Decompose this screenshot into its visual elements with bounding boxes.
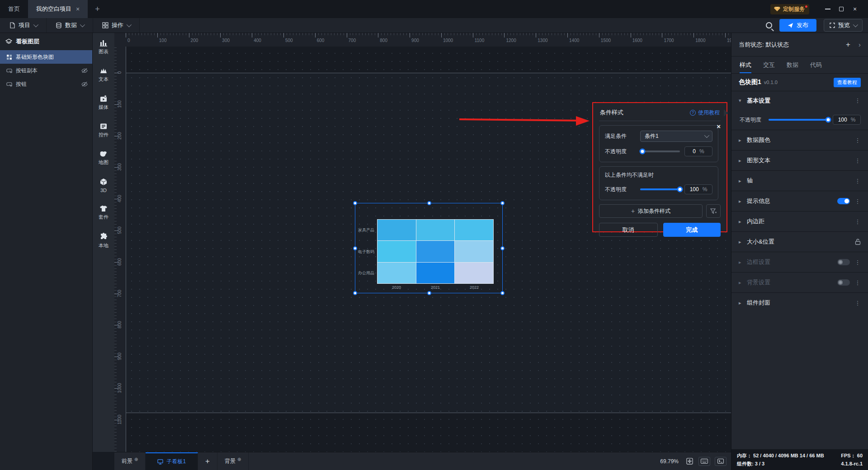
close-window-button[interactable]: ×	[848, 5, 862, 13]
add-condition-button[interactable]: + 添加条件样式	[599, 204, 703, 218]
condition-select[interactable]: 条件1	[640, 131, 712, 142]
section-basic-settings[interactable]: ▾ 基本设置 ⋮	[731, 91, 868, 110]
expand-states-icon[interactable]: ›	[859, 41, 861, 48]
menu-data[interactable]: 数据	[47, 18, 93, 33]
resize-handle[interactable]	[427, 201, 431, 205]
section-border[interactable]: ▸ 边框设置 ⋮	[731, 252, 868, 272]
toolbox-item-kits[interactable]: 套件	[99, 205, 108, 221]
ruler-label: 800	[117, 320, 122, 330]
section-menu-icon[interactable]: ⋮	[854, 282, 861, 284]
database-icon	[56, 22, 62, 28]
section-menu-icon[interactable]: ⋮	[854, 99, 861, 102]
fit-view-button[interactable]	[685, 457, 694, 466]
zoom-level[interactable]: 69.79%	[660, 458, 679, 465]
search-icon[interactable]	[766, 22, 772, 28]
ruler-label: 1000	[117, 382, 122, 393]
fallback-opacity-input[interactable]: 100%	[684, 184, 712, 194]
background-toggle[interactable]	[837, 279, 850, 286]
foreground-tab[interactable]: 前景⊕	[114, 452, 146, 470]
paper-plane-icon	[788, 23, 793, 28]
layer-item-label: 按钮副本	[16, 67, 38, 75]
toolbox-item-text[interactable]: 文本	[99, 67, 108, 83]
collapse-arrow-icon: ▸	[739, 219, 743, 225]
section-menu-icon[interactable]: ⋮	[854, 180, 861, 182]
tooltip-toggle[interactable]	[837, 198, 850, 204]
resize-handle[interactable]	[500, 201, 505, 205]
section-axis[interactable]: ▸ 轴 ⋮	[731, 170, 868, 191]
tab-style[interactable]: 样式	[740, 56, 751, 73]
preview-button[interactable]: 预览	[824, 19, 863, 32]
toolbox-item-media[interactable]: 媒体	[99, 95, 108, 111]
add-background-icon[interactable]: ⊕	[237, 457, 241, 462]
opacity-slider[interactable]	[769, 119, 828, 121]
confirm-button[interactable]: 完成	[663, 223, 721, 237]
minimize-button[interactable]	[821, 5, 835, 13]
console-button[interactable]	[715, 457, 726, 466]
shortcuts-button[interactable]	[698, 457, 710, 466]
opacity-label: 不透明度	[605, 148, 640, 155]
layer-item-button-copy[interactable]: 按钮副本	[0, 64, 92, 77]
add-board-button[interactable]: +	[198, 452, 217, 470]
section-cover[interactable]: ▸ 组件封面 ⋮	[731, 292, 868, 313]
subboard-tab[interactable]: 子看板1	[146, 452, 198, 470]
tutorial-button[interactable]: 查看教程	[834, 78, 861, 87]
layer-item-colorblock[interactable]: 基础矩形色块图	[0, 50, 92, 64]
section-size-position[interactable]: ▸ 大小&位置	[731, 231, 868, 252]
cancel-button[interactable]: 取消	[599, 223, 658, 237]
add-state-button[interactable]: +	[846, 40, 850, 49]
section-tooltip[interactable]: ▸ 提示信息 ⋮	[731, 191, 868, 211]
background-tab[interactable]: 背景⊕	[217, 452, 249, 470]
section-menu-icon[interactable]: ⋮	[854, 221, 861, 223]
section-graph-text[interactable]: ▸ 图形文本 ⋮	[731, 150, 868, 170]
maximize-button[interactable]	[835, 5, 848, 13]
remove-condition-icon[interactable]: ×	[717, 123, 721, 130]
new-tab-button[interactable]: +	[88, 0, 107, 18]
section-data-colors[interactable]: ▸ 数据颜色 ⋮	[731, 130, 868, 150]
menu-actions[interactable]: 操作	[93, 18, 140, 33]
eye-off-icon[interactable]	[81, 68, 88, 73]
ruler-label: 700	[349, 38, 356, 43]
toolbox-item-map[interactable]: 地图	[99, 150, 108, 166]
toolbox-item-charts[interactable]: 图表	[99, 39, 108, 55]
menu-project[interactable]: 项目	[0, 18, 47, 33]
fallback-opacity-slider[interactable]	[640, 188, 680, 190]
tutorial-link[interactable]: ? 使用教程	[690, 109, 720, 117]
toolbox-label: 本地	[99, 242, 108, 249]
section-menu-icon[interactable]: ⋮	[854, 261, 861, 263]
resize-handle[interactable]	[500, 291, 505, 295]
border-toggle[interactable]	[837, 259, 850, 265]
condition-opacity-input[interactable]: 0%	[684, 146, 712, 156]
section-menu-icon[interactable]: ⋮	[854, 200, 861, 202]
toolbox-item-3d[interactable]: 3D	[99, 178, 108, 193]
section-background[interactable]: ▸ 背景设置 ⋮	[731, 272, 868, 292]
opacity-value-input[interactable]: 100%	[833, 115, 861, 125]
resize-handle[interactable]	[353, 201, 357, 205]
collapse-arrow-icon: ▸	[739, 239, 743, 245]
publish-button[interactable]: 发布	[779, 19, 816, 32]
section-menu-icon[interactable]: ⋮	[854, 139, 861, 141]
resize-handle[interactable]	[353, 246, 357, 250]
resize-handle[interactable]	[353, 291, 357, 295]
section-padding[interactable]: ▸ 内边距 ⋮	[731, 211, 868, 231]
tab-home[interactable]: 首页	[0, 0, 28, 18]
resize-handle[interactable]	[500, 246, 505, 250]
toolbox-item-widgets[interactable]: 控件	[99, 123, 108, 138]
condition-opacity-slider[interactable]	[640, 150, 680, 152]
section-menu-icon[interactable]: ⋮	[854, 160, 861, 162]
tab-interaction[interactable]: 交互	[763, 56, 775, 73]
layer-item-button[interactable]: 按钮	[0, 77, 92, 91]
section-menu-icon[interactable]: ⋮	[854, 302, 861, 304]
add-foreground-icon[interactable]: ⊕	[134, 457, 138, 462]
eye-off-icon[interactable]	[81, 81, 88, 87]
tab-project[interactable]: 我的空白项目 ×	[28, 0, 88, 18]
tab-data[interactable]: 数据	[787, 56, 798, 73]
lock-icon[interactable]	[855, 239, 861, 245]
resize-handle[interactable]	[427, 291, 431, 295]
tab-code[interactable]: 代码	[810, 56, 822, 73]
filter-button[interactable]	[706, 204, 721, 218]
canvas[interactable]: 0100200300400500600700800900100011001200…	[114, 33, 731, 452]
selection-box[interactable]	[355, 203, 503, 293]
custom-service-badge[interactable]: 定制服务	[770, 4, 809, 14]
tab-close-icon[interactable]: ×	[76, 5, 80, 13]
toolbox-item-local[interactable]: 本地	[99, 233, 108, 249]
